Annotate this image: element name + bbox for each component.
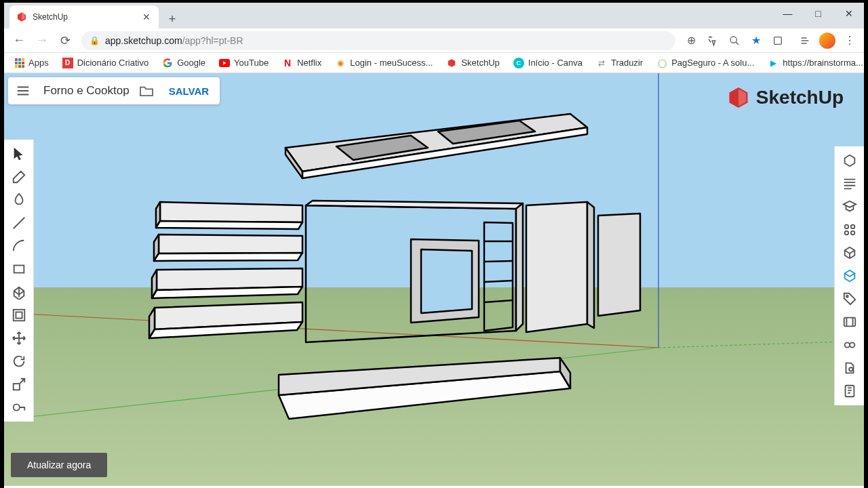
paint-tool[interactable] <box>4 188 34 211</box>
bookmark-item[interactable]: ⇄Traduzir <box>591 55 648 71</box>
new-tab-button[interactable]: + <box>163 9 182 28</box>
display-panel[interactable] <box>835 333 865 357</box>
pagseguro-icon: ◯ <box>656 58 667 68</box>
svg-point-47 <box>845 231 849 235</box>
svg-point-51 <box>845 342 850 347</box>
save-button[interactable]: SALVAR <box>158 85 220 97</box>
svg-point-49 <box>846 296 848 298</box>
reading-list-icon[interactable] <box>768 30 788 51</box>
sketchup-favicon-icon <box>16 12 27 22</box>
bookmark-item[interactable]: ▶https://brainstorma... <box>762 55 868 71</box>
bookmark-apps[interactable]: Apps <box>9 55 54 70</box>
zoom-icon[interactable] <box>724 30 745 51</box>
outliner-panel[interactable] <box>835 172 865 195</box>
svg-point-46 <box>851 225 855 229</box>
bookmark-item[interactable]: SketchUp <box>441 55 505 71</box>
netflix-icon: N <box>282 58 293 68</box>
arc-tool[interactable] <box>4 235 34 258</box>
tags-panel[interactable] <box>835 287 865 310</box>
rotate-tool[interactable] <box>4 350 34 373</box>
url-path: /app?hl=pt-BR <box>182 35 243 46</box>
svg-marker-24 <box>516 203 523 331</box>
model-info-panel[interactable] <box>835 380 865 403</box>
svg-point-52 <box>850 342 854 347</box>
back-button[interactable]: ← <box>8 30 30 52</box>
components-panel[interactable] <box>835 218 865 241</box>
sketchup-logo: SketchUp <box>726 85 844 110</box>
bookmark-item[interactable]: ◉Login - meuSucess... <box>330 55 438 71</box>
svg-point-45 <box>845 225 849 229</box>
pushpull-tool[interactable] <box>4 281 34 304</box>
logo-text: SketchUp <box>756 87 844 108</box>
url-input[interactable]: 🔒 app.sketchup.com/app?hl=pt-BR <box>81 31 675 50</box>
bookmark-item[interactable]: Google <box>157 55 211 71</box>
svg-marker-33 <box>587 202 594 328</box>
sketchup-app: Forno e Cooktop SALVAR SketchUp <box>4 73 864 485</box>
tab-close-icon[interactable]: ✕ <box>141 12 152 22</box>
svg-marker-34 <box>598 214 640 316</box>
rectangle-tool[interactable] <box>4 258 34 281</box>
svg-line-29 <box>484 281 513 282</box>
scale-tool[interactable] <box>4 373 34 396</box>
svg-rect-50 <box>844 318 856 327</box>
bookmark-item[interactable]: NNetflix <box>277 55 327 71</box>
svg-point-44 <box>14 404 20 410</box>
svg-marker-31 <box>484 222 513 331</box>
globe-icon: ◉ <box>335 58 346 68</box>
materials-panel[interactable] <box>835 241 865 264</box>
forward-button[interactable]: → <box>31 30 53 52</box>
window-minimize-button[interactable]: ― <box>772 3 803 24</box>
document-bar: Forno e Cooktop SALVAR <box>8 77 220 104</box>
folder-icon[interactable] <box>135 85 158 97</box>
update-now-button[interactable]: Atualizar agora <box>11 453 107 477</box>
right-toolbar <box>834 146 864 405</box>
window-maximize-button[interactable]: □ <box>803 3 833 24</box>
install-app-icon[interactable]: ⊕ <box>681 30 701 51</box>
eraser-tool[interactable] <box>4 165 34 188</box>
scenes-panel[interactable] <box>835 310 865 333</box>
styles-panel[interactable] <box>835 264 865 287</box>
svg-line-4 <box>658 341 864 348</box>
window-close-button[interactable]: ✕ <box>833 3 864 24</box>
line-tool[interactable] <box>4 211 34 235</box>
softening-panel[interactable] <box>835 357 865 380</box>
offset-tool[interactable] <box>4 304 34 327</box>
instructor-panel[interactable] <box>835 195 865 218</box>
menu-button[interactable] <box>8 83 38 98</box>
reload-button[interactable]: ⟳ <box>54 30 76 52</box>
bookmark-item[interactable]: YouTube <box>214 55 274 71</box>
translate-icon[interactable] <box>703 30 723 51</box>
svg-rect-40 <box>14 266 24 273</box>
svg-marker-23 <box>306 201 523 209</box>
bookmark-item[interactable]: ◯PagSeguro - A solu... <box>651 55 760 71</box>
translate-bookmark-icon: ⇄ <box>596 58 607 68</box>
svg-line-28 <box>484 261 513 262</box>
bookmarks-bar: Apps DDicionário Criativo Google YouTube… <box>4 53 864 73</box>
chrome-menu-icon[interactable]: ⋮ <box>840 30 860 51</box>
bookmark-item[interactable]: DDicionário Criativo <box>57 55 154 71</box>
dictionary-icon: D <box>62 58 73 68</box>
svg-rect-42 <box>16 312 22 318</box>
move-tool[interactable] <box>4 327 34 350</box>
sketchup-icon <box>446 58 457 68</box>
model-geometry <box>4 73 864 485</box>
bookmark-star-icon[interactable]: ★ <box>746 30 766 51</box>
extensions-icon[interactable] <box>795 30 815 51</box>
sketchup-logo-icon <box>726 85 751 110</box>
profile-avatar[interactable] <box>819 33 835 49</box>
canva-icon: C <box>513 58 524 68</box>
svg-marker-32 <box>526 202 587 332</box>
lock-icon: 🔒 <box>90 36 100 45</box>
document-title: Forno e Cooktop <box>38 84 135 98</box>
entity-info-panel[interactable] <box>835 149 865 172</box>
tab-title: SketchUp <box>33 12 136 22</box>
status-bar: ↶ ↷ ? Selecione objetos. Pressione Shift… <box>4 485 864 488</box>
select-tool[interactable] <box>4 142 34 165</box>
tape-tool[interactable] <box>4 396 34 419</box>
svg-point-0 <box>730 37 736 43</box>
youtube-icon <box>219 58 230 68</box>
url-host: app.sketchup.com <box>105 35 182 46</box>
apps-grid-icon <box>15 58 24 68</box>
bookmark-item[interactable]: CInício - Canva <box>508 55 588 71</box>
browser-tab[interactable]: SketchUp ✕ <box>9 5 159 28</box>
